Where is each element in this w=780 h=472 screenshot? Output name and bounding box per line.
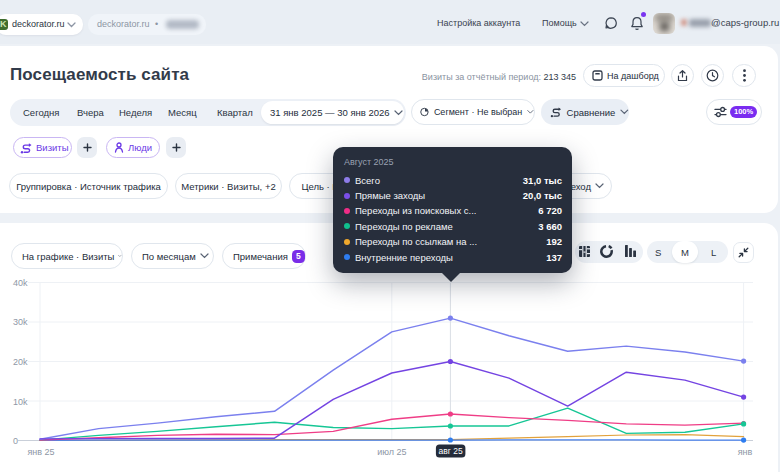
svg-text:янв: янв — [738, 447, 753, 457]
svg-text:40k: 40k — [13, 278, 28, 288]
svg-text:авг 25: авг 25 — [439, 446, 463, 456]
svg-text:30k: 30k — [13, 317, 28, 327]
svg-text:20k: 20k — [13, 357, 28, 367]
svg-text:июл 25: июл 25 — [377, 447, 406, 457]
svg-text:10k: 10k — [13, 397, 28, 407]
svg-text:0: 0 — [13, 436, 18, 446]
svg-text:янв 25: янв 25 — [27, 447, 54, 457]
